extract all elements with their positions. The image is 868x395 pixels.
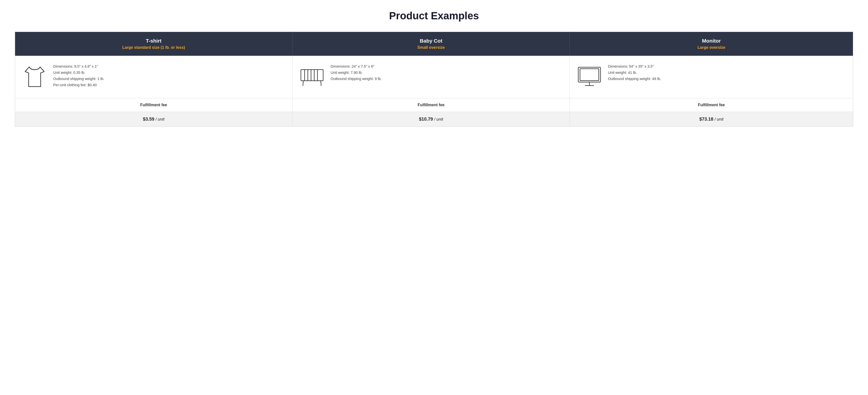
product-name-babycot: Baby Cot: [297, 38, 566, 44]
fulfillment-label-babycot: Fulfillment fee: [292, 98, 570, 112]
fee-cell-babycot: $10.79 / unit: [292, 112, 570, 126]
tshirt-unit-weight: Unit weight: 0.35 lb.: [53, 70, 85, 75]
product-table: T-shirt Large standard size (1 lb. or le…: [15, 32, 853, 126]
tshirt-extra: Per-unit clothing fee: $0.40: [53, 83, 97, 87]
fee-unit-monitor: / unit: [714, 117, 723, 121]
fee-unit-tshirt: / unit: [155, 117, 164, 121]
fee-unit-babycot: / unit: [434, 117, 443, 121]
svg-rect-9: [580, 69, 599, 81]
svg-line-7: [321, 81, 321, 86]
tshirt-dimensions: Dimensions: 8.5" x 4.8" x 1": [53, 64, 98, 68]
fee-amount-monitor: $73.18: [699, 116, 713, 121]
header-row: T-shirt Large standard size (1 lb. or le…: [15, 32, 853, 56]
product-category-monitor: Large oversize: [574, 45, 849, 50]
tshirt-icon: [21, 63, 48, 91]
product-category-babycot: Small oversize: [297, 45, 566, 50]
fee-cell-monitor: $73.18 / unit: [570, 112, 853, 126]
babycot-dimensions: Dimensions: 24" x 7.5" x 6": [331, 64, 374, 68]
fulfillment-label-tshirt: Fulfillment fee: [15, 98, 292, 112]
babycot-unit-weight: Unit weight: 7.90 lb.: [331, 70, 363, 75]
svg-rect-8: [578, 67, 600, 82]
details-cell-babycot: Dimensions: 24" x 7.5" x 6" Unit weight:…: [292, 56, 570, 98]
product-category-tshirt: Large standard size (1 lb. or less): [19, 45, 288, 50]
fulfillment-label-row: Fulfillment fee Fulfillment fee Fulfillm…: [15, 98, 853, 112]
header-cell-tshirt: T-shirt Large standard size (1 lb. or le…: [15, 32, 292, 56]
babycot-icon: [299, 63, 326, 91]
page-title: Product Examples: [15, 10, 853, 22]
fee-cell-tshirt: $3.59 / unit: [15, 112, 292, 126]
product-name-tshirt: T-shirt: [19, 38, 288, 44]
fulfillment-label-monitor: Fulfillment fee: [570, 98, 853, 112]
babycot-outbound-weight: Outbound shipping weight: 9 lb.: [331, 77, 381, 81]
header-cell-babycot: Baby Cot Small oversize: [292, 32, 570, 56]
fee-row: $3.59 / unit $10.79 / unit $73.18 / unit: [15, 112, 853, 126]
monitor-dimensions: Dimensions: 54" x 35" x 3.5": [608, 64, 654, 68]
fee-amount-tshirt: $3.59: [143, 116, 154, 121]
details-cell-tshirt: Dimensions: 8.5" x 4.8" x 1" Unit weight…: [15, 56, 292, 98]
tshirt-outbound-weight: Outbound shipping weight: 1 lb.: [53, 77, 104, 81]
details-row: Dimensions: 8.5" x 4.8" x 1" Unit weight…: [15, 56, 853, 98]
details-cell-monitor: Dimensions: 54" x 35" x 3.5" Unit weight…: [570, 56, 853, 98]
svg-line-6: [303, 81, 303, 86]
babycot-details: Dimensions: 24" x 7.5" x 6" Unit weight:…: [331, 63, 381, 82]
monitor-unit-weight: Unit weight: 41 lb.: [608, 70, 637, 75]
header-cell-monitor: Monitor Large oversize: [570, 32, 853, 56]
product-name-monitor: Monitor: [574, 38, 849, 44]
fee-amount-babycot: $10.79: [419, 116, 433, 121]
svg-rect-0: [301, 69, 323, 81]
tshirt-details: Dimensions: 8.5" x 4.8" x 1" Unit weight…: [53, 63, 104, 88]
monitor-details: Dimensions: 54" x 35" x 3.5" Unit weight…: [608, 63, 661, 82]
monitor-icon: [576, 63, 603, 91]
monitor-outbound-weight: Outbound shipping weight: 49 lb.: [608, 77, 661, 81]
